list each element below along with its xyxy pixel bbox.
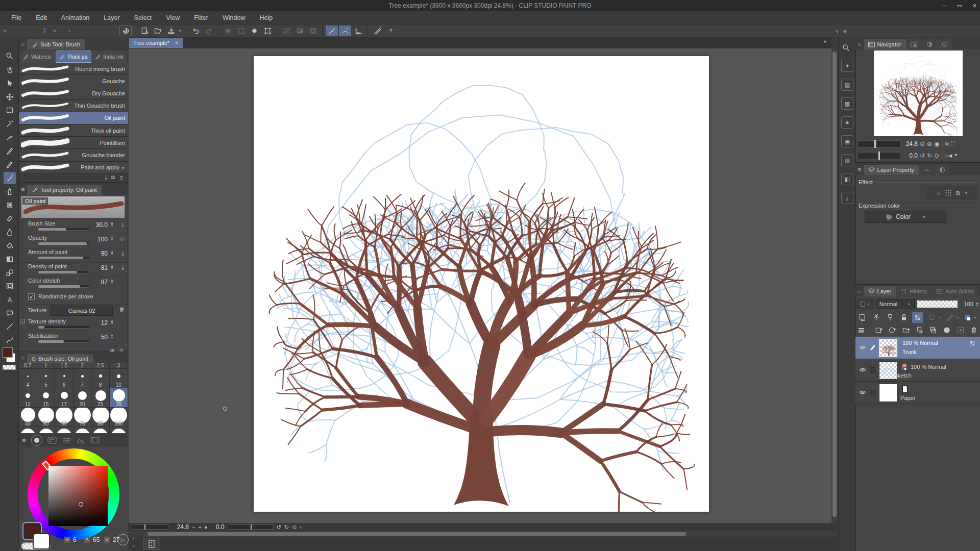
logo-spiral-button[interactable] [119,26,132,36]
reset-flip-icon[interactable]: ⯆ [954,153,958,159]
size-cell-1[interactable]: 1 [37,363,56,368]
size-cell-100[interactable]: 100 [110,408,128,427]
clear-button[interactable] [222,26,234,36]
size-cell-40[interactable]: 40 [19,408,37,427]
brush-tool[interactable] [4,172,16,184]
quick-access-palette-icon[interactable]: ✦ [841,60,853,72]
layer-panel-tab-auto-action[interactable]: Auto Action [932,286,978,296]
hand-tool[interactable] [4,64,16,76]
timeline-toggle-button[interactable] [143,538,160,550]
layer-panel-tab-history[interactable]: History [896,286,932,296]
snap-ruler-button[interactable] [326,26,338,36]
frame-border-tool[interactable] [4,280,16,292]
expand-right-icon[interactable]: » [843,28,847,35]
material-monochrome-palette-icon[interactable]: ▦ [841,97,853,110]
ruler-range-icon[interactable] [944,312,955,323]
layer-row-trunk[interactable]: 100 % NormalTrunk [855,337,980,359]
brush-item-thin-gouache-brush[interactable]: Thin Gouache brush [19,100,128,112]
brush-item-paint-and-apply[interactable]: Paint and apply ▼ [19,162,128,174]
zoom-slider[interactable] [132,524,168,530]
flip-horizontal-icon[interactable]: ▷◀ [945,153,952,158]
nav-zoom-out-icon[interactable]: ⊖ [920,140,925,147]
minimize-button[interactable]: ─ [943,3,947,9]
param-spinner[interactable]: ▲▼ [110,250,114,255]
size-cell[interactable] [55,427,74,433]
transform-button[interactable] [261,26,274,36]
new-folder-icon[interactable] [901,325,911,335]
layer-color-icon-caret[interactable]: ▼ [973,316,977,319]
panel-menu-icon[interactable]: ≡ [21,40,25,48]
document-tab[interactable]: Tree example* ✕ [129,38,183,48]
layer-select-checkbox[interactable] [870,390,875,395]
canvas-document[interactable] [254,56,709,512]
toolbar-main-color-swatch[interactable] [3,347,13,358]
subtool-tab-waterco[interactable]: Waterco [20,51,55,63]
information-tab[interactable] [937,39,952,49]
effect-expand-icon[interactable]: ▼ [964,191,968,195]
pen-tool[interactable] [4,145,16,157]
clip-at-layer-below-icon[interactable] [857,312,868,323]
brush-item-oil-paint[interactable]: Oil paint [19,112,128,124]
new-document-button[interactable] [138,26,151,36]
tone-effect-icon[interactable] [945,189,952,196]
help-button[interactable]: ? [384,26,397,36]
param-slider[interactable] [38,326,89,329]
size-cell-25[interactable]: 25 [91,388,110,408]
texture-dropdown[interactable]: Canvas 02 [51,306,113,316]
material-favorite-palette-icon[interactable]: ★ [841,116,853,129]
correct-line-tool[interactable] [4,334,16,346]
size-cell[interactable] [19,427,37,433]
menu-filter[interactable]: Filter [187,14,215,21]
layer-select-checkbox[interactable] [870,367,875,373]
canvas-vscrollbar[interactable] [831,48,838,523]
subtool-tab-india-ink[interactable]: India ink [92,51,127,63]
zoom-out-icon[interactable]: − [192,524,195,530]
eraser-tool[interactable] [4,212,16,224]
collapse-left-icon[interactable]: « [3,27,7,34]
layer-row-sketch[interactable]: 100 % NormalSketch [855,359,980,382]
prev-view-icon[interactable]: ‹ [300,524,302,530]
flatten-icon[interactable] [856,325,867,335]
save-file-button[interactable] [165,26,177,36]
hue-icon[interactable]: H [64,537,70,543]
zoom-in-icon[interactable]: + [198,524,201,530]
collapse-icon[interactable]: « [53,27,57,34]
new-layer-dialog-icon[interactable] [887,325,897,335]
save-options-caret[interactable]: ▼ [178,29,182,33]
animation-tab[interactable] [919,165,935,175]
sv-square[interactable] [48,466,108,526]
selection-tool[interactable] [4,104,16,116]
brush-item-thick-oil-paint[interactable]: Thick oil paint [19,124,128,137]
color-wheel-tab[interactable] [31,435,42,446]
gradient-tool[interactable] [4,253,16,265]
reference-layer-icon[interactable] [871,312,882,323]
panel-menu-icon[interactable]: ≡ [21,186,25,193]
layer-row-paper[interactable]: Paper [855,382,980,404]
scroll-down-icon[interactable]: ⌄ [132,543,135,548]
navigator-preview[interactable] [874,51,963,136]
zoom-tool[interactable] [4,50,16,62]
canvas-viewport[interactable] [129,48,831,523]
size-cell-0.7[interactable]: 0.7 [19,363,37,368]
value-icon[interactable]: V [104,537,110,543]
size-cell-70[interactable]: 70 [74,408,92,427]
dynamics-icon[interactable]: ⤓ [121,264,124,271]
redo-button[interactable] [203,26,215,36]
canvas-hscrollbar[interactable] [129,531,838,537]
menu-edit[interactable]: Edit [29,14,54,21]
layer-panel-tab-layer[interactable]: Layer [864,286,896,296]
brush-size-tab[interactable]: ⊙ Brush size: Oil paint [27,354,93,363]
lock-transparent-pixel-icon[interactable] [912,312,923,323]
maximize-button[interactable]: ▭ [957,3,962,9]
line-tool[interactable] [4,320,16,333]
fill-button[interactable] [248,26,260,36]
color-slider-tab-icon[interactable] [62,437,71,444]
size-cell-3[interactable]: 3 [110,363,128,368]
size-cell-2[interactable]: 2 [74,363,92,368]
size-cell-20[interactable]: 20 [74,388,92,408]
size-cell-2.5[interactable]: 2.5 [91,363,110,368]
sv-cursor[interactable] [79,502,83,507]
size-cell-10[interactable]: 10 [110,369,128,388]
layer-opacity-slider[interactable] [917,300,960,308]
layer-color-icon[interactable] [962,312,973,323]
